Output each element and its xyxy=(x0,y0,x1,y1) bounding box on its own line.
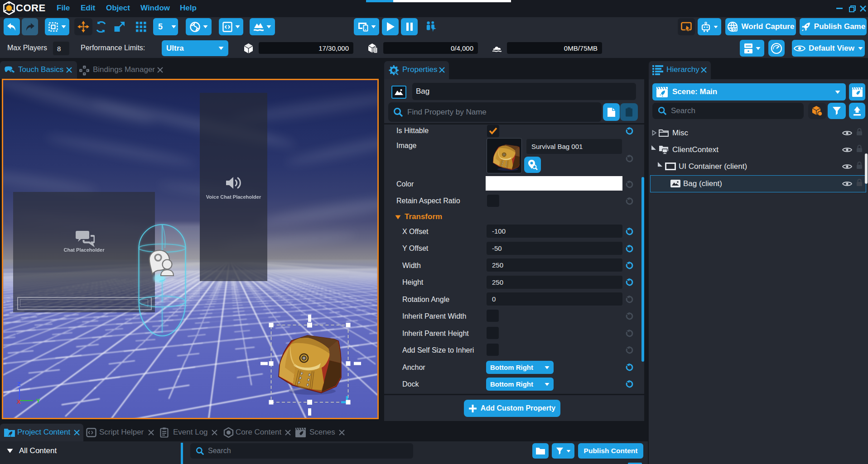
svg-text:Z: Z xyxy=(17,381,21,387)
svg-text:Y: Y xyxy=(36,397,40,404)
svg-text:X: X xyxy=(17,398,21,405)
